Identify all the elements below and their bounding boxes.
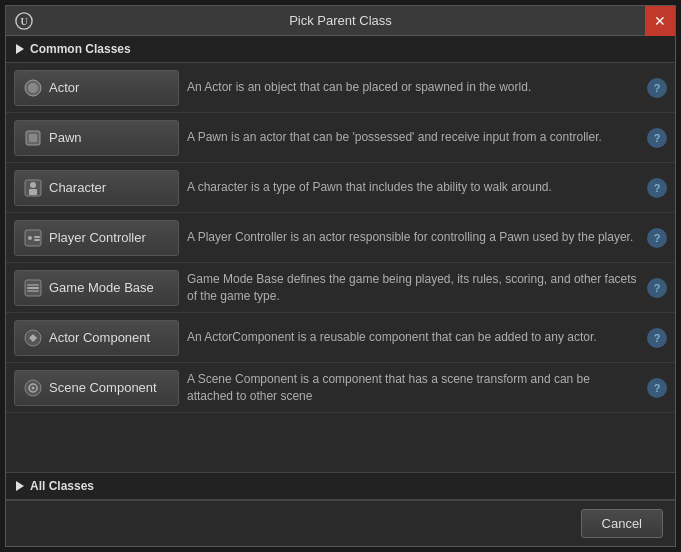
common-classes-header: Common Classes: [6, 36, 675, 63]
svg-point-3: [28, 83, 38, 93]
svg-text:U: U: [20, 15, 27, 26]
title-bar: U Pick Parent Class ✕: [6, 6, 675, 36]
actor-component-label: Actor Component: [49, 330, 150, 345]
svg-point-7: [30, 182, 36, 188]
actor-component-help-icon[interactable]: ?: [647, 328, 667, 348]
all-classes-header[interactable]: All Classes: [6, 472, 675, 500]
scene-component-button[interactable]: Scene Component: [14, 370, 179, 406]
actor-button[interactable]: Actor: [14, 70, 179, 106]
pawn-help-icon[interactable]: ?: [647, 128, 667, 148]
actor-help-icon[interactable]: ?: [647, 78, 667, 98]
pawn-label: Pawn: [49, 130, 82, 145]
actor-label: Actor: [49, 80, 79, 95]
pawn-description: A Pawn is an actor that can be 'possesse…: [187, 129, 639, 146]
character-button[interactable]: Character: [14, 170, 179, 206]
svg-rect-11: [34, 236, 40, 238]
class-row-scene-component[interactable]: Scene Component A Scene Component is a c…: [6, 363, 675, 413]
dialog-footer: Cancel: [6, 500, 675, 546]
expand-triangle-icon: [16, 44, 24, 54]
scene-component-icon: [23, 378, 43, 398]
character-label: Character: [49, 180, 106, 195]
pawn-button[interactable]: Pawn: [14, 120, 179, 156]
actor-component-description: An ActorComponent is a reusable componen…: [187, 329, 639, 346]
player-controller-label: Player Controller: [49, 230, 146, 245]
player-controller-button[interactable]: Player Controller: [14, 220, 179, 256]
dialog-title: Pick Parent Class: [289, 13, 392, 28]
actor-component-button[interactable]: Actor Component: [14, 320, 179, 356]
dialog-content: Common Classes Actor An Actor is an obje…: [6, 36, 675, 500]
svg-rect-15: [27, 284, 39, 286]
classes-list: Actor An Actor is an object that can be …: [6, 63, 675, 472]
pawn-icon: [23, 128, 43, 148]
game-mode-base-description: Game Mode Base defines the game being pl…: [187, 271, 639, 305]
character-icon: [23, 178, 43, 198]
svg-rect-16: [27, 290, 39, 292]
svg-rect-5: [29, 134, 37, 142]
svg-point-10: [28, 236, 32, 240]
cancel-button[interactable]: Cancel: [581, 509, 663, 538]
player-controller-help-icon[interactable]: ?: [647, 228, 667, 248]
all-classes-expand-icon: [16, 481, 24, 491]
player-controller-icon: [23, 228, 43, 248]
player-controller-description: A Player Controller is an actor responsi…: [187, 229, 639, 246]
pick-parent-class-dialog: U Pick Parent Class ✕ Common Classes: [5, 5, 676, 547]
game-mode-base-help-icon[interactable]: ?: [647, 278, 667, 298]
ue-logo-icon: U: [14, 11, 34, 31]
svg-rect-14: [27, 287, 39, 289]
class-row-player-controller[interactable]: Player Controller A Player Controller is…: [6, 213, 675, 263]
character-help-icon[interactable]: ?: [647, 178, 667, 198]
scene-component-description: A Scene Component is a component that ha…: [187, 371, 639, 405]
class-row-pawn[interactable]: Pawn A Pawn is an actor that can be 'pos…: [6, 113, 675, 163]
all-classes-label: All Classes: [30, 479, 94, 493]
actor-description: An Actor is an object that can be placed…: [187, 79, 639, 96]
character-description: A character is a type of Pawn that inclu…: [187, 179, 639, 196]
scene-component-label: Scene Component: [49, 380, 157, 395]
class-row-character[interactable]: Character A character is a type of Pawn …: [6, 163, 675, 213]
game-mode-base-label: Game Mode Base: [49, 280, 154, 295]
actor-component-icon: [23, 328, 43, 348]
class-row-game-mode-base[interactable]: Game Mode Base Game Mode Base defines th…: [6, 263, 675, 313]
class-row-actor-component[interactable]: Actor Component An ActorComponent is a r…: [6, 313, 675, 363]
actor-icon: [23, 78, 43, 98]
game-mode-base-button[interactable]: Game Mode Base: [14, 270, 179, 306]
common-classes-label: Common Classes: [30, 42, 131, 56]
close-button[interactable]: ✕: [645, 6, 675, 36]
svg-point-20: [32, 386, 35, 389]
game-mode-base-icon: [23, 278, 43, 298]
svg-rect-12: [34, 239, 40, 241]
svg-rect-8: [29, 189, 37, 195]
class-row-actor[interactable]: Actor An Actor is an object that can be …: [6, 63, 675, 113]
scene-component-help-icon[interactable]: ?: [647, 378, 667, 398]
